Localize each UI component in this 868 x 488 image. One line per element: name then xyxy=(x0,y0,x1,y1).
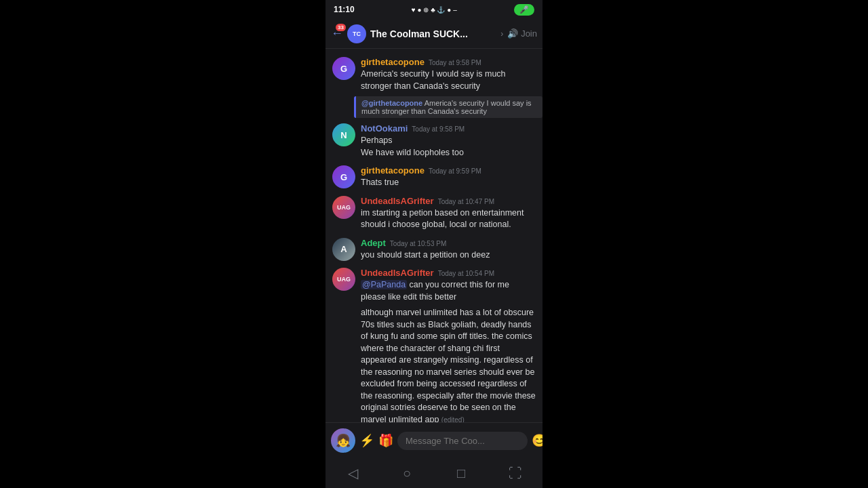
message-group: UAG UndeadIsAGrifter Today at 10:54 PM @… xyxy=(326,265,542,422)
timestamp: Today at 9:59 PM xyxy=(429,167,481,175)
message-content: Adept Today at 10:53 PM you should start… xyxy=(361,238,536,262)
avatar: A xyxy=(332,238,355,261)
message-content: UndeadIsAGrifter Today at 10:54 PM @PaPa… xyxy=(361,268,536,422)
record-button[interactable]: 🎤 xyxy=(514,4,534,16)
user-avatar: 👧 xyxy=(331,428,355,453)
timestamp: Today at 10:53 PM xyxy=(390,240,446,247)
avatar: G xyxy=(332,57,355,80)
message-header: UndeadIsAGrifter Today at 10:54 PM xyxy=(361,268,536,278)
message-group: A Adept Today at 10:53 PM you should sta… xyxy=(326,235,542,264)
status-time: 11:10 xyxy=(334,5,355,14)
message-header: UndeadIsAGrifter Today at 10:47 PM xyxy=(361,196,536,206)
back-button[interactable]: ← 33 xyxy=(331,26,343,41)
message-text: Thats true xyxy=(361,177,536,189)
message-group: N NotOokami Today at 9:58 PM Perhaps We … xyxy=(326,121,542,161)
reply-preview: @girthetacopone America's security I wou… xyxy=(354,96,542,118)
nav-back-button[interactable]: ◁ xyxy=(339,460,366,487)
status-bar: 11:10 ♥ ● ⊕ ♣ ⚓ ● – 🎤 xyxy=(326,0,542,19)
avatar: UAG xyxy=(332,196,355,219)
status-icons: ♥ ● ⊕ ♣ ⚓ ● – xyxy=(412,6,457,14)
avatar: UAG xyxy=(332,268,355,291)
gift-icon[interactable]: 🎁 xyxy=(378,433,393,448)
nav-back-icon: ◁ xyxy=(348,465,358,481)
speaker-icon: 🔊 xyxy=(507,28,518,39)
username: NotOokami xyxy=(361,123,408,134)
message-header: girthetacopone Today at 9:59 PM xyxy=(361,165,536,176)
avatar: G xyxy=(332,165,355,188)
join-button[interactable]: 🔊 Join xyxy=(507,28,537,39)
chevron-icon: › xyxy=(500,29,503,39)
message-content: UndeadIsAGrifter Today at 10:47 PM im st… xyxy=(361,196,536,231)
message-text: America's security I would say is much s… xyxy=(361,68,536,92)
timestamp: Today at 10:47 PM xyxy=(438,198,494,205)
server-avatar: TC xyxy=(347,24,366,43)
nav-bar: ◁ ○ □ ⛶ xyxy=(326,458,542,488)
timestamp: Today at 10:54 PM xyxy=(438,270,494,277)
nav-home-button[interactable]: ○ xyxy=(393,460,420,487)
message-content: NotOokami Today at 9:58 PM Perhaps We ha… xyxy=(361,123,536,159)
status-separator: – xyxy=(453,6,457,14)
message-header: girthetacopone Today at 9:58 PM xyxy=(361,57,536,67)
message-input[interactable] xyxy=(406,436,519,446)
message-text-2: We have wild loopholes too xyxy=(361,147,536,159)
message-group: G girthetacopone Today at 9:59 PM Thats … xyxy=(326,163,542,192)
nav-expand-button[interactable]: ⛶ xyxy=(502,460,529,487)
header: ← 33 TC The Coolman SUCK... › 🔊 Join xyxy=(326,19,542,49)
status-icon-set: ♥ ● ⊕ ♣ ⚓ ● xyxy=(412,6,451,14)
message-header: Adept Today at 10:53 PM xyxy=(361,238,536,248)
username: Adept xyxy=(361,238,386,248)
edited-tag: (edited) xyxy=(441,416,465,423)
message-content: girthetacopone Today at 9:58 PM America'… xyxy=(361,57,536,92)
username: girthetacopone xyxy=(361,57,425,67)
join-label[interactable]: Join xyxy=(521,28,537,39)
username: UndeadIsAGrifter xyxy=(361,268,434,278)
message-text: Perhaps xyxy=(361,135,536,147)
message-group: G girthetacopone Today at 9:58 PM Americ… xyxy=(326,54,542,95)
mention: @PaPanda xyxy=(361,280,407,289)
timestamp: Today at 9:58 PM xyxy=(412,125,465,133)
mic-icon: 🎤 xyxy=(519,5,529,14)
message-text: @PaPanda can you correct this for me ple… xyxy=(361,279,536,303)
message-long-text: although marvel unlimited has a lot of o… xyxy=(361,307,536,422)
server-avatar-initial: TC xyxy=(353,30,361,37)
chat-area: G girthetacopone Today at 9:58 PM Americ… xyxy=(326,49,542,422)
message-text: im starting a petion based on entertainm… xyxy=(361,207,536,231)
message-group: UAG UndeadIsAGrifter Today at 10:47 PM i… xyxy=(326,193,542,234)
phone-frame: 11:10 ♥ ● ⊕ ♣ ⚓ ● – 🎤 ← 33 TC The Coolma… xyxy=(326,0,542,488)
avatar: N xyxy=(332,123,355,146)
server-name: The Coolman SUCK... xyxy=(370,28,496,39)
message-content: girthetacopone Today at 9:59 PM Thats tr… xyxy=(361,165,536,189)
nav-recents-button[interactable]: □ xyxy=(448,460,475,487)
timestamp: Today at 9:58 PM xyxy=(429,59,481,66)
message-input-wrapper[interactable] xyxy=(397,432,528,450)
nav-expand-icon: ⛶ xyxy=(509,466,522,481)
user-avatar-emoji: 👧 xyxy=(336,433,351,448)
emoji-icon[interactable]: 😊 xyxy=(532,433,542,448)
message-text: you should start a petition on deez xyxy=(361,249,536,262)
input-bar: 👧 ⚡ 🎁 😊 🎤 xyxy=(326,422,542,458)
username: UndeadIsAGrifter xyxy=(361,196,434,206)
username: girthetacopone xyxy=(361,165,425,176)
nav-recents-icon: □ xyxy=(457,466,465,481)
reply-author: @girthetacopone xyxy=(361,99,422,107)
notification-badge: 33 xyxy=(336,24,346,31)
message-header: NotOokami Today at 9:58 PM xyxy=(361,123,536,134)
status-right: 🎤 xyxy=(514,4,534,16)
boost-icon[interactable]: ⚡ xyxy=(359,433,374,448)
nav-home-icon: ○ xyxy=(403,466,411,481)
